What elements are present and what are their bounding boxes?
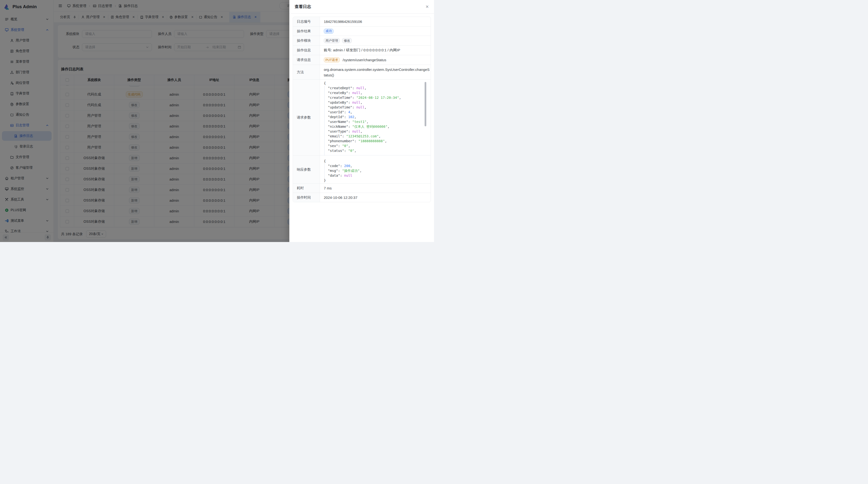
result-label: 操作结果 — [293, 27, 320, 36]
scrollbar-thumb[interactable] — [425, 82, 426, 126]
request-params-label: 请求参数 — [293, 79, 320, 155]
json-code: { "createDept": null, "createBy": null, … — [324, 81, 427, 153]
operation-info-value: 账号: admin / 研发部门 / 0:0:0:0:0:0:0:1 / 内网I… — [320, 45, 431, 55]
response-params-code: { "code": 200, "msg": "操作成功", "data": nu… — [324, 156, 427, 184]
drawer-header: 查看日志 × — [289, 0, 434, 13]
request-path: /system/user/changeStatus — [343, 58, 386, 62]
log-detail-table: 日志编号 1842781986426159106 操作结果 成功 操作模块 用户… — [293, 17, 431, 202]
log-id-value: 1842781986426159106 — [320, 17, 431, 26]
close-drawer-icon[interactable]: × — [426, 4, 429, 10]
operation-type-badge: 修改 — [342, 38, 352, 43]
operation-time-value: 2024-10-06 12:20:37 — [320, 193, 431, 202]
log-id-label: 日志编号 — [293, 17, 320, 26]
request-params-code: { "createDept": null, "createBy": null, … — [324, 79, 431, 155]
module-badge: 用户管理 — [324, 38, 340, 43]
view-log-drawer: 查看日志 × 日志编号 1842781986426159106 操作结果 成功 … — [289, 0, 434, 242]
result-badge: 成功 — [324, 29, 334, 34]
operation-info-label: 操作信息 — [293, 45, 320, 55]
module-label: 操作模块 — [293, 36, 320, 45]
request-method-badge: PUT请求 — [324, 57, 340, 62]
cost-value: 7 ms — [320, 184, 431, 193]
app-root: Plus Admin 概览 系统管理 用户管理 角色管理 — [0, 0, 434, 242]
json-code: { "code": 200, "msg": "操作成功", "data": nu… — [324, 159, 424, 183]
request-info-label: 请求信息 — [293, 55, 320, 65]
method-value: org.dromara.system.controller.system.Sys… — [324, 65, 430, 78]
drawer-title: 查看日志 — [294, 4, 426, 9]
operation-time-label: 操作时间 — [293, 193, 320, 202]
method-label: 方法 — [293, 65, 320, 79]
response-params-label: 响应参数 — [293, 156, 320, 184]
cost-label: 耗时 — [293, 184, 320, 193]
